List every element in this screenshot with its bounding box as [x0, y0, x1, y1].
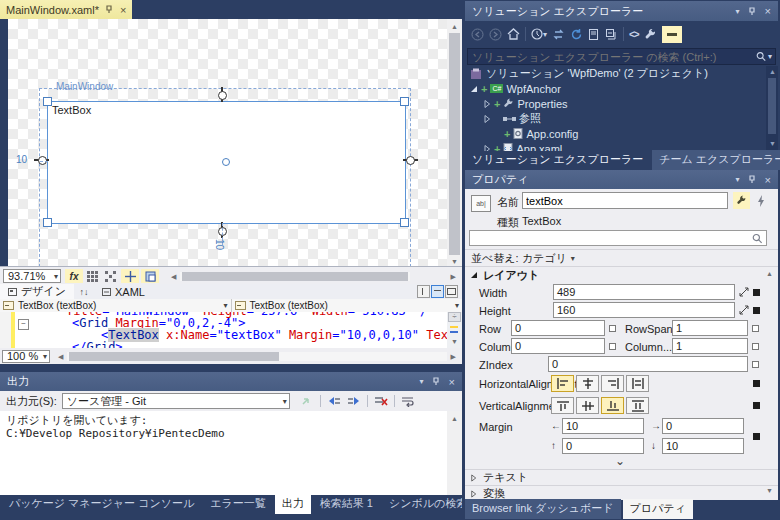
scroll-down-icon[interactable]: ▼: [766, 487, 773, 494]
selection-handle-topleft[interactable]: [43, 97, 52, 106]
expander-expanded-icon[interactable]: [470, 85, 478, 93]
zindex-field[interactable]: 0: [548, 356, 748, 372]
output-source-select[interactable]: ソース管理 - Git ▾: [62, 393, 290, 409]
search-input[interactable]: [468, 51, 756, 63]
snap-to-grid-button[interactable]: [101, 269, 119, 283]
name-input[interactable]: [526, 195, 724, 207]
sync-with-active-document-icon[interactable]: [552, 29, 565, 40]
margin-top-field[interactable]: 0: [562, 438, 644, 454]
preview-selected-items-toggle[interactable]: [662, 26, 682, 43]
refresh-icon[interactable]: [570, 28, 583, 41]
property-marker-default[interactable]: [609, 343, 616, 350]
collapse-pane-button[interactable]: [445, 285, 458, 298]
pin-icon[interactable]: [748, 7, 757, 16]
tab-error-list[interactable]: エラー一覧: [203, 494, 273, 514]
window-menu-icon[interactable]: ▾: [420, 377, 424, 386]
next-message-icon[interactable]: [347, 395, 361, 407]
properties-search-field[interactable]: [469, 230, 767, 246]
tab-properties[interactable]: プロパティ: [623, 499, 693, 519]
halign-stretch-button[interactable]: [626, 375, 649, 392]
close-icon[interactable]: ×: [449, 376, 455, 388]
window-menu-icon[interactable]: ▾: [736, 175, 740, 184]
selection-handle-bottomright[interactable]: [400, 218, 409, 227]
search-icon[interactable]: [756, 51, 766, 62]
tree-row-properties[interactable]: + Properties: [465, 96, 765, 111]
halign-left-button[interactable]: [551, 375, 574, 392]
element-dropdown-left[interactable]: TextBox (textBox) ▾: [0, 299, 232, 312]
xaml-code-editor[interactable]: − Title="MainWindow" Height="257.6" Widt…: [0, 312, 447, 348]
wrench-icon[interactable]: [644, 28, 657, 41]
solution-tree-vscrollbar[interactable]: ▲ ▼: [766, 66, 778, 151]
section-layout-header[interactable]: レイアウト: [465, 266, 778, 283]
show-advanced-properties-expander[interactable]: ⌄: [605, 456, 635, 466]
scroll-up-icon[interactable]: ▲: [451, 415, 458, 422]
sort-by-row[interactable]: 並べ替え: カテゴリ ▾: [465, 249, 778, 266]
solution-explorer-search[interactable]: ▾: [467, 48, 776, 65]
property-marker-default[interactable]: [752, 361, 759, 368]
forward-icon[interactable]: [489, 28, 502, 41]
expander-collapsed-icon[interactable]: [483, 100, 491, 108]
code-fold-button[interactable]: −: [18, 319, 29, 330]
collapse-all-icon[interactable]: [605, 28, 618, 41]
tab-solution-explorer[interactable]: ソリューション エクスプローラー: [465, 150, 650, 170]
property-marker-set[interactable]: [753, 289, 760, 296]
scroll-down-icon[interactable]: ▼: [451, 258, 458, 265]
solution-explorer-header[interactable]: ソリューション エクスプローラー ▾ ×: [465, 1, 778, 21]
show-grid-button[interactable]: [83, 269, 101, 283]
expander-collapsed-icon[interactable]: [483, 115, 491, 123]
hscroll-left-icon[interactable]: ◀: [171, 273, 176, 280]
valign-center-button[interactable]: [576, 397, 599, 414]
halign-center-button[interactable]: [576, 375, 599, 392]
snaplines-toggle-button[interactable]: [121, 269, 139, 283]
element-dropdown-right[interactable]: TextBox (textBox) ▾: [232, 299, 463, 312]
scroll-down-icon[interactable]: ▼: [451, 338, 458, 345]
events-mode-button[interactable]: [753, 192, 769, 209]
scroll-up-icon[interactable]: ▲: [451, 23, 458, 30]
editor-split-grip[interactable]: ÷: [448, 312, 461, 322]
column-field[interactable]: 0: [511, 338, 605, 354]
pin-icon[interactable]: [748, 175, 757, 184]
close-icon[interactable]: ×: [765, 174, 771, 186]
valign-stretch-button[interactable]: [626, 397, 649, 414]
height-field[interactable]: 160: [553, 302, 735, 318]
editor-zoom-select[interactable]: 100 % ▾: [2, 350, 50, 363]
scroll-down-icon[interactable]: ▼: [769, 140, 776, 147]
tree-row-appconfig[interactable]: + App.config: [465, 126, 765, 141]
view-code-icon[interactable]: <>: [629, 29, 639, 40]
designer-hscrollbar[interactable]: [180, 272, 410, 281]
word-wrap-icon[interactable]: [401, 395, 415, 407]
tab-mainwindow-xaml[interactable]: MainWindow.xaml* ×: [0, 0, 132, 19]
tab-browser-link-dashboard[interactable]: Browser link ダッシュボード: [465, 499, 621, 519]
selection-handle-bottomleft[interactable]: [43, 218, 52, 227]
output-vscrollbar[interactable]: ▲: [447, 411, 462, 495]
tab-package-manager-console[interactable]: パッケージ マネージャー コンソール: [2, 494, 201, 514]
margin-right-field[interactable]: 0: [662, 418, 744, 434]
margin-left-field[interactable]: 10: [562, 418, 644, 434]
designer-vscroll-thumb[interactable]: [449, 33, 460, 255]
designer-vscrollbar[interactable]: ▲ ▼: [447, 19, 462, 266]
editor-hscrollbar[interactable]: [67, 352, 446, 361]
property-marker-default[interactable]: [752, 343, 759, 350]
effects-toggle-button[interactable]: fx: [65, 269, 83, 283]
pin-icon[interactable]: [432, 377, 441, 386]
panel-splitter[interactable]: [462, 0, 465, 520]
selection-handle-topright[interactable]: [400, 97, 409, 106]
property-marker-default[interactable]: [752, 325, 759, 332]
tree-row-references[interactable]: 参照: [465, 111, 765, 126]
home-icon[interactable]: [507, 28, 520, 40]
wpf-designer-surface[interactable]: MainWindow TextBox 10 10: [8, 19, 447, 266]
tab-output[interactable]: 出力: [275, 494, 311, 514]
section-transform-header[interactable]: 変換: [465, 485, 778, 500]
tree-row-project[interactable]: + C# WpfAnchor: [465, 81, 765, 96]
editor-hscroll-thumb[interactable]: [69, 352, 279, 361]
tab-find-results-1[interactable]: 検索結果 1: [313, 494, 380, 514]
name-field[interactable]: [522, 192, 728, 209]
window-menu-icon[interactable]: ▾: [736, 7, 740, 16]
hscroll-left-icon[interactable]: ◀: [58, 353, 63, 360]
property-marker-default[interactable]: [609, 325, 616, 332]
rowspan-field[interactable]: 1: [672, 320, 748, 336]
hscroll-right-icon[interactable]: ▶: [451, 273, 456, 280]
output-panel-header[interactable]: 出力 ▾ ×: [0, 372, 462, 391]
property-marker-set[interactable]: [753, 402, 760, 409]
pin-icon[interactable]: [105, 5, 114, 14]
